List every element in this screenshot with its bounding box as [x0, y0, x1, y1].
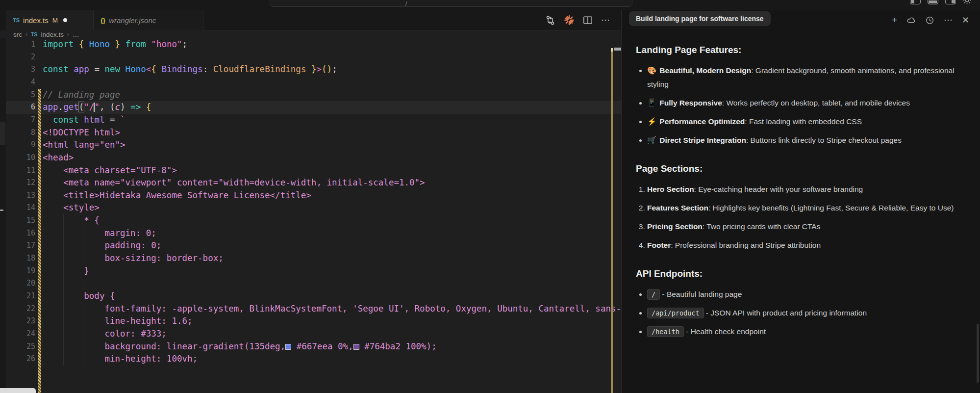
chat-bullet-list: 🎨Beautiful, Modern Design: Gradient back… [636, 64, 965, 147]
git-modified-gutter-stripe [38, 89, 41, 393]
close-icon[interactable]: ✕ [962, 16, 969, 25]
code-line[interactable]: 17 padding: 0; [6, 239, 621, 252]
item-title: Direct Stripe Integration [659, 136, 746, 144]
item-title: Footer [647, 241, 671, 249]
line-number: 12 [6, 177, 35, 189]
toggle-secondary-sidebar-icon[interactable] [945, 0, 956, 4]
breadcrumb[interactable]: src › TS index.ts › … [0, 30, 621, 38]
chat-header-icons: + ⋯ ✕ [892, 10, 969, 30]
chat-scrollbar-thumb[interactable] [977, 324, 979, 383]
item-title: Hero Section [647, 185, 694, 193]
titlebar-layout-controls [910, 0, 971, 4]
code-line[interactable]: 4 [6, 76, 621, 89]
command-center[interactable]: / [270, 0, 632, 7]
unsaved-dot-icon[interactable] [63, 18, 67, 22]
list-item: / - Beautiful landing page [647, 288, 965, 301]
item-text: - Health check endpoint [684, 327, 766, 336]
line-number: 19 [6, 265, 35, 278]
toggle-panel-icon[interactable] [928, 0, 938, 4]
line-number: 26 [6, 353, 35, 366]
code-line[interactable]: 26 min-height: 100vh; [6, 353, 621, 366]
customize-layout-gear-icon[interactable] [963, 0, 971, 4]
line-number: 22 [6, 303, 35, 315]
code-line[interactable]: 5// Landing page [6, 89, 621, 102]
pane-divider[interactable] [621, 10, 622, 393]
chat-section-heading: Page Sections: [636, 162, 965, 176]
list-item: Footer: Professional branding and Stripe… [647, 238, 965, 252]
tab-wrangler-jsonc[interactable]: {} wrangler.jsonc [93, 10, 203, 30]
history-icon[interactable] [925, 16, 934, 25]
inline-code: /api/product [647, 308, 704, 318]
list-item: Pricing Section: Two pricing cards with … [647, 220, 965, 234]
code-line[interactable]: 24 color: #333; [6, 328, 621, 341]
emoji-icon: 🎨 [647, 66, 656, 75]
code-line[interactable]: 9<html lang="en"> [6, 139, 621, 152]
list-item: Hero Section: Eye-catching header with y… [647, 183, 965, 196]
more-actions-icon[interactable]: ⋯ [601, 15, 610, 26]
code-line[interactable]: 14 <style> [6, 202, 621, 214]
code-line[interactable]: 12 <meta name="viewport" content="width=… [6, 177, 621, 189]
code-line[interactable]: 2 [6, 51, 621, 64]
more-icon[interactable]: ⋯ [944, 16, 953, 25]
line-number: 3 [6, 63, 35, 76]
code-line[interactable]: 25 background: linear-gradient(135deg, #… [6, 341, 621, 353]
item-title: Pricing Section [647, 222, 703, 231]
claude-starburst-icon[interactable] [564, 15, 575, 26]
code-line[interactable]: 20 [6, 277, 621, 290]
color-swatch-icon[interactable] [285, 344, 291, 350]
line-number: 7 [6, 114, 35, 127]
code-line[interactable]: 13 <title>Hidetaka Awesome Software Lice… [6, 189, 621, 202]
line-number: 16 [6, 227, 35, 240]
chat-numbered-list: Hero Section: Eye-catching header with y… [636, 183, 965, 252]
item-text: : Buttons link directly to Stripe checko… [746, 136, 902, 144]
chat-session-tab[interactable]: Build landing page for software license [629, 11, 771, 26]
scrollbar-thumb[interactable] [614, 48, 621, 51]
item-title: Fully Responsive [659, 99, 722, 107]
title-bar: / [0, 0, 980, 10]
item-text: : Works perfectly on desktop, tablet, an… [722, 99, 910, 107]
color-swatch-icon[interactable] [353, 344, 359, 350]
code-line[interactable]: 19 } [6, 265, 621, 278]
code-line[interactable]: 16 margin: 0; [6, 227, 621, 240]
git-modified-badge: M [52, 17, 58, 24]
editor-actions: ⋯ [545, 10, 610, 30]
breadcrumb-folder[interactable]: src [13, 31, 22, 38]
line-number: 25 [6, 341, 35, 353]
code-line[interactable]: 3const app = new Hono<{ Bindings: Cloudf… [6, 63, 621, 76]
new-chat-icon[interactable]: + [892, 16, 897, 25]
cloud-icon[interactable] [906, 16, 916, 25]
tab-index-ts[interactable]: TS index.ts M [6, 10, 93, 30]
breadcrumb-symbol[interactable]: … [73, 31, 79, 38]
code-line[interactable]: 10<head> [6, 152, 621, 164]
chat-section-heading: Landing Page Features: [636, 43, 965, 57]
code-line[interactable]: 8<!DOCTYPE html> [6, 127, 621, 139]
command-center-hint: / [405, 0, 407, 7]
editor-pane: TS index.ts M {} wrangler.jsonc [0, 10, 621, 393]
code-line[interactable]: 15 * { [6, 214, 621, 227]
column-ruler [611, 48, 613, 393]
code-area[interactable]: 1import { Hono } from "hono";23const app… [0, 38, 621, 393]
line-number: 2 [6, 51, 35, 64]
item-text: : Two pricing cards with clear CTAs [703, 222, 821, 231]
code-line[interactable]: 7 const html = ` [6, 114, 621, 127]
inline-code: / [647, 289, 660, 300]
line-number: 9 [6, 139, 35, 152]
typescript-file-icon: TS [13, 17, 20, 23]
item-text: : Professional branding and Stripe attri… [671, 241, 821, 249]
code-line[interactable]: 6app.get("/", (c) => { [6, 101, 621, 114]
open-changes-icon[interactable] [545, 15, 555, 26]
code-line[interactable]: 1import { Hono } from "hono"; [6, 38, 621, 51]
line-number: 1 [6, 38, 35, 51]
code-line[interactable]: 18 box-sizing: border-box; [6, 252, 621, 265]
code-line[interactable]: 21 body { [6, 290, 621, 303]
chat-header: Build landing page for software license … [622, 10, 980, 30]
breadcrumb-file[interactable]: index.ts [41, 31, 64, 38]
toggle-primary-sidebar-icon[interactable] [910, 0, 921, 4]
code-line[interactable]: 22 font-family: -apple-system, BlinkMacS… [6, 303, 621, 315]
list-item: 🛒Direct Stripe Integration: Buttons link… [647, 133, 965, 147]
code-line[interactable]: 23 line-height: 1.6; [6, 315, 621, 328]
emoji-icon: 🛒 [647, 136, 656, 144]
item-text: - JSON API with product and pricing info… [704, 309, 867, 317]
code-line[interactable]: 11 <meta charset="UTF-8"> [6, 164, 621, 177]
split-editor-icon[interactable] [583, 15, 593, 25]
